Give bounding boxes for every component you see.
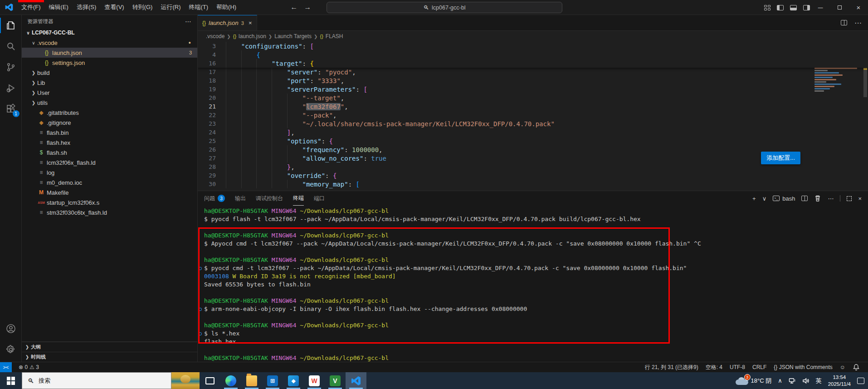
breadcrumb-item[interactable]: .vscode [206, 33, 224, 39]
breadcrumb-item[interactable]: FLASH [326, 33, 343, 39]
breadcrumb-item[interactable]: launch.json [239, 33, 266, 39]
panel-more-actions-icon[interactable]: ⋯ [828, 195, 834, 202]
tree-item-lib[interactable]: ❯Lib [22, 78, 197, 88]
activity-run-debug-icon[interactable] [0, 78, 22, 98]
menu-item[interactable]: 查看(V) [100, 0, 128, 15]
activity-extensions-icon[interactable]: 1 [0, 98, 22, 119]
menu-item[interactable]: 转到(G) [128, 0, 157, 15]
tree-item--gitattributes[interactable]: ◆.gitattributes [22, 108, 197, 118]
restore-button[interactable] [830, 0, 849, 15]
code-area[interactable]: 3"configurations": [4{16"target": { 17"s… [198, 42, 868, 191]
taskbar-search[interactable]: 🔍︎ 搜索 [22, 372, 171, 389]
panel-tab-端口[interactable]: 端口 [314, 191, 325, 206]
close-panel-icon[interactable]: × [858, 195, 862, 202]
remote-indicator[interactable]: >< [0, 362, 12, 373]
taskbar-app-mail[interactable]: ◆ [283, 372, 304, 389]
panel-tab-调试控制台[interactable]: 调试控制台 [256, 191, 283, 206]
terminal-dropdown-icon[interactable]: ∨ [762, 195, 767, 202]
close-button[interactable]: × [849, 0, 868, 15]
taskbar-app-task-view[interactable] [200, 372, 220, 389]
tree-item-settings-json[interactable]: {}settings.json [22, 58, 197, 68]
toggle-secondary-sidebar-icon[interactable] [803, 5, 810, 10]
tree-item--gitignore[interactable]: ◆.gitignore [22, 118, 197, 128]
problems-status[interactable]: ⊗ 0 ⚠ 3 [15, 362, 42, 372]
tree-item-lcm32f06x-flash-ld[interactable]: ≡lcm32f06x_flash.ld [22, 158, 197, 167]
more-actions-icon[interactable]: ⋯ [185, 18, 192, 25]
toggle-panel-icon[interactable] [790, 5, 797, 10]
menu-item[interactable]: 运行(R) [156, 0, 185, 15]
tree-item-m0-demo-ioc[interactable]: ≡m0_demo.ioc [22, 177, 197, 187]
forward-arrow-icon[interactable]: → [304, 3, 311, 11]
command-decoration-icon[interactable] [199, 267, 202, 270]
tree-item-lcp067-gcc-bl[interactable]: ∨LCP067-GCC-BL [22, 28, 197, 38]
tab-launch-json[interactable]: {} launch.json 3 × [198, 15, 257, 30]
status-item[interactable]: CRLF [749, 364, 770, 370]
panel-tab-输出[interactable]: 输出 [235, 191, 246, 206]
tree-item-build[interactable]: ❯build [22, 68, 197, 78]
taskbar-app-vscode[interactable] [346, 372, 366, 389]
ime-indicator[interactable]: 英 [816, 377, 822, 385]
menu-item[interactable]: 编辑(E) [45, 0, 73, 15]
notification-center-icon[interactable] [857, 378, 864, 384]
menu-item[interactable]: 终端(T) [185, 0, 212, 15]
command-decoration-icon[interactable] [199, 332, 202, 335]
tree-item--vscode[interactable]: ∨.vscode● [22, 38, 197, 48]
taskbar-app-edge[interactable] [220, 372, 241, 389]
maximize-panel-icon[interactable] [847, 196, 852, 201]
tree-item-log[interactable]: ≡log [22, 167, 197, 177]
back-arrow-icon[interactable]: ← [290, 3, 297, 11]
activity-settings-icon[interactable] [0, 339, 22, 360]
news-widget-image[interactable] [171, 372, 200, 389]
tree-item-stm32f030c6tx-flash-ld[interactable]: ≡stm32f030c6tx_flash.ld [22, 207, 197, 217]
terminal[interactable]: ha@DESKTOP-H85GTAK MINGW64 ~/Downloads/l… [198, 206, 868, 362]
clock[interactable]: 13:54 2025/11/4 [828, 374, 851, 388]
tree-item-utils[interactable]: ❯utils [22, 98, 197, 108]
breadcrumb-item[interactable]: Launch Targets [274, 33, 312, 39]
tree-item-flash-sh[interactable]: $flash.sh [22, 148, 197, 158]
activity-source-control-icon[interactable] [0, 57, 22, 78]
taskbar-app-v5[interactable]: V [325, 372, 346, 389]
split-terminal-icon[interactable] [801, 196, 808, 201]
taskbar-app-store[interactable]: ⊞ [262, 372, 283, 389]
taskbar-app-wps[interactable]: W [304, 372, 325, 389]
activity-search-icon[interactable] [0, 36, 22, 57]
command-center-search[interactable]: 🔍︎ lcp067-gcc-bl [327, 2, 562, 13]
editor-more-actions-icon[interactable]: ⋯ [854, 19, 862, 27]
menu-item[interactable]: 选择(S) [73, 0, 100, 15]
menu-item[interactable]: 文件(F) [17, 0, 45, 15]
breadcrumb[interactable]: .vscode❯{}launch.json❯Launch Targets❯{}F… [198, 31, 868, 42]
section-时间线[interactable]: ❯时间线 [22, 352, 197, 362]
feedback-icon[interactable]: ☺ [836, 364, 849, 370]
status-item[interactable]: 空格: 4 [702, 364, 726, 371]
toggle-sidebar-icon[interactable] [777, 5, 784, 10]
kill-terminal-icon[interactable] [814, 195, 821, 202]
status-item[interactable]: UTF-8 [726, 364, 749, 370]
taskbar-app-file-explorer[interactable] [241, 372, 262, 389]
activity-explorer-icon[interactable] [0, 15, 22, 36]
tab-close-icon[interactable]: × [249, 20, 252, 26]
tree-item-flash-bin[interactable]: ≡flash.bin [22, 128, 197, 138]
weather-widget[interactable]: 3 18°C 阴 [736, 377, 772, 385]
notifications-bell-icon[interactable] [849, 364, 863, 371]
activity-account-icon[interactable] [0, 318, 22, 339]
menu-item[interactable]: 帮助(H) [212, 0, 240, 15]
tray-chevron-icon[interactable]: ∧ [778, 377, 782, 384]
start-button[interactable] [0, 372, 22, 389]
customize-layout-icon[interactable] [764, 5, 770, 10]
status-item[interactable]: {} JSON with Comments [770, 364, 836, 370]
network-icon[interactable] [789, 377, 796, 384]
add-configuration-button[interactable]: 添加配置... [761, 152, 800, 164]
split-editor-icon[interactable] [841, 20, 847, 25]
new-terminal-icon[interactable]: + [752, 195, 756, 202]
panel-tab-问题[interactable]: 问题3 [204, 191, 225, 206]
tree-item-user[interactable]: ❯User [22, 88, 197, 98]
tree-item-launch-json[interactable]: {}launch.json3 [22, 48, 197, 58]
tree-item-flash-hex[interactable]: ≡flash.hex [22, 138, 197, 148]
tree-item-startup-lcm32f06x-s[interactable]: ASMstartup_lcm32f06x.s [22, 197, 197, 207]
minimize-button[interactable]: ─ [811, 0, 830, 15]
panel-tab-终端[interactable]: 终端 [293, 191, 304, 206]
volume-icon[interactable] [802, 377, 809, 384]
tree-item-makefile[interactable]: MMakefile [22, 187, 197, 197]
terminal-bash-chip[interactable]: >_ bash [773, 195, 795, 202]
command-decoration-icon[interactable] [199, 308, 202, 311]
